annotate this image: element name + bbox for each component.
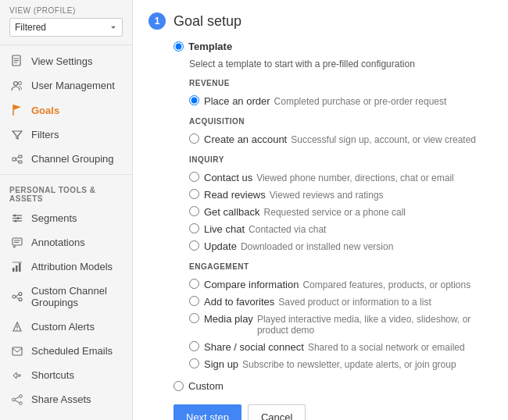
goal-option-read-reviews[interactable]: Read reviews Viewed reviews and ratings xyxy=(174,186,492,203)
sidebar-profile: VIEW (PROFILE) Filtered xyxy=(0,0,132,41)
svg-point-34 xyxy=(20,394,23,397)
sidebar-item-label: Goals xyxy=(31,105,59,116)
share-icon xyxy=(9,394,25,405)
goal-option-name: Update xyxy=(204,240,237,252)
sidebar-item-scheduled-emails[interactable]: Scheduled Emails xyxy=(0,339,132,363)
goal-option-desc: Compared features, products, or options xyxy=(302,279,470,290)
goal-option-update[interactable]: Update Downloaded or installed new versi… xyxy=(174,237,492,254)
revenue-category: REVENUE Place an order Completed purchas… xyxy=(174,79,492,109)
svg-point-25 xyxy=(13,295,16,298)
sidebar-item-custom-channel-groupings[interactable]: Custom Channel Groupings xyxy=(0,279,132,315)
sidebar-item-shortcuts[interactable]: Shortcuts xyxy=(0,363,132,387)
create-account-radio[interactable] xyxy=(189,133,199,144)
users-icon xyxy=(9,80,25,91)
svg-rect-18 xyxy=(13,238,22,245)
svg-point-15 xyxy=(14,214,16,216)
sidebar-item-channel-grouping[interactable]: Channel Grouping xyxy=(0,147,132,171)
goal-option-name: Contact us xyxy=(204,172,252,183)
goal-option-name: Add to favorites xyxy=(204,296,274,308)
acquisition-category: ACQUISITION Create an account Successful… xyxy=(174,117,492,148)
goal-option-contact-us[interactable]: Contact us Viewed phone number, directio… xyxy=(174,169,492,186)
goal-option-add-favorites[interactable]: Add to favorites Saved product or inform… xyxy=(174,293,492,310)
read-reviews-radio[interactable] xyxy=(189,189,199,199)
place-an-order-radio[interactable] xyxy=(189,95,199,105)
svg-line-11 xyxy=(16,159,19,162)
goal-option-share-social[interactable]: Share / social connect Shared to a socia… xyxy=(174,338,492,355)
svg-rect-21 xyxy=(13,268,15,272)
sidebar-item-label: Channel Grouping xyxy=(31,153,114,165)
cancel-button[interactable]: Cancel xyxy=(248,404,306,420)
sidebar-item-segments[interactable]: Segments xyxy=(0,206,132,230)
personal-tools-label: PERSONAL TOOLS & ASSETS xyxy=(0,178,132,206)
sidebar-item-goals[interactable]: Goals xyxy=(0,98,132,123)
template-section: Template Select a template to start with… xyxy=(174,41,492,420)
main-content: 1 Goal setup Template Select a template … xyxy=(133,0,508,420)
sidebar-item-label: Shortcuts xyxy=(31,369,74,381)
update-radio[interactable] xyxy=(189,240,199,251)
sidebar-item-view-settings[interactable]: View Settings xyxy=(0,48,132,73)
goal-option-compare-information[interactable]: Compare information Compared features, p… xyxy=(174,276,492,293)
button-row: Next step Cancel xyxy=(174,404,492,420)
sidebar-item-user-management[interactable]: User Management xyxy=(0,73,132,98)
sidebar-item-label: View Settings xyxy=(31,55,93,67)
profile-label: VIEW (PROFILE) xyxy=(9,6,123,15)
goal-option-create-account[interactable]: Create an account Successful sign up, ac… xyxy=(174,130,492,148)
sidebar-item-attribution-models[interactable]: Attribution Models xyxy=(0,254,132,279)
goal-option-get-callback[interactable]: Get callback Requested service or a phon… xyxy=(174,203,492,220)
email-icon xyxy=(9,347,25,356)
live-chat-radio[interactable] xyxy=(189,223,199,233)
share-social-radio[interactable] xyxy=(189,341,199,351)
svg-line-10 xyxy=(16,156,19,159)
svg-point-33 xyxy=(13,398,16,401)
goal-option-media-play[interactable]: Media play Played interactive media, lik… xyxy=(174,310,492,338)
sidebar-item-share-assets[interactable]: Share Assets xyxy=(0,387,132,411)
sidebar-item-custom-alerts[interactable]: Custom Alerts xyxy=(0,315,132,339)
sign-up-radio[interactable] xyxy=(189,358,199,368)
svg-point-26 xyxy=(19,293,22,296)
sidebar-item-filters[interactable]: Filters xyxy=(0,123,132,147)
step1-number: 1 xyxy=(148,12,166,30)
svg-point-31 xyxy=(16,329,17,329)
profile-select[interactable]: Filtered xyxy=(9,18,123,37)
goal-option-sign-up[interactable]: Sign up Subscribe to newsletter, update … xyxy=(174,355,492,372)
goal-option-desc: Viewed reviews and ratings xyxy=(270,190,384,201)
contact-us-radio[interactable] xyxy=(189,172,199,182)
svg-rect-8 xyxy=(19,155,22,158)
custom-radio[interactable] xyxy=(174,381,184,391)
add-favorites-radio[interactable] xyxy=(189,296,199,306)
acquisition-label: ACQUISITION xyxy=(189,117,492,126)
annotations-icon xyxy=(9,237,25,248)
next-step-button[interactable]: Next step xyxy=(174,404,241,420)
svg-point-4 xyxy=(14,81,18,85)
sidebar-item-label: Filters xyxy=(31,129,59,141)
custom-option-row[interactable]: Custom xyxy=(174,380,492,392)
sidebar-item-label: Annotations xyxy=(31,237,85,248)
goal-option-name: Place an order xyxy=(204,95,270,107)
sidebar: VIEW (PROFILE) Filtered View Settings xyxy=(0,0,133,420)
svg-line-28 xyxy=(16,294,19,297)
template-radio[interactable] xyxy=(174,41,184,52)
goal-option-name: Create an account xyxy=(204,133,287,145)
goal-option-live-chat[interactable]: Live chat Contacted via chat xyxy=(174,220,492,237)
compare-info-radio[interactable] xyxy=(189,279,199,289)
template-subtitle: Select a template to start with a pre-fi… xyxy=(189,59,492,69)
custom-label[interactable]: Custom xyxy=(188,380,224,392)
sidebar-item-label: User Management xyxy=(31,80,115,91)
revenue-label: REVENUE xyxy=(189,79,492,87)
sidebar-item-label: Share Assets xyxy=(31,393,91,405)
template-label[interactable]: Template xyxy=(188,41,232,52)
sidebar-item-label: Attribution Models xyxy=(31,261,113,272)
goal-option-desc: Viewed phone number, directions, chat or… xyxy=(256,173,454,183)
sidebar-item-label: Custom Channel Groupings xyxy=(31,285,123,308)
template-option-row[interactable]: Template xyxy=(174,41,492,52)
get-callback-radio[interactable] xyxy=(189,206,199,216)
sidebar-item-annotations[interactable]: Annotations xyxy=(0,230,132,254)
goal-option-place-an-order[interactable]: Place an order Completed purchase or pre… xyxy=(174,92,492,109)
svg-line-36 xyxy=(15,397,20,399)
goal-option-name: Get callback xyxy=(204,206,260,218)
media-play-radio[interactable] xyxy=(189,313,199,323)
goal-option-desc: Played interactive media, like a video, … xyxy=(257,314,492,336)
goal-option-desc: Subscribe to newsletter, update alerts, … xyxy=(242,359,456,370)
svg-rect-9 xyxy=(19,161,22,163)
svg-point-16 xyxy=(17,217,20,219)
